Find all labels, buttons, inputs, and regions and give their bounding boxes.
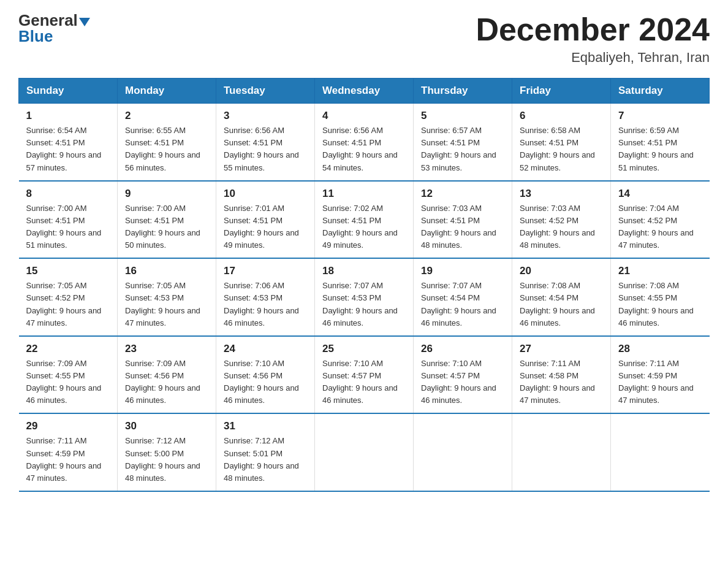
day-info: Sunrise: 7:01 AMSunset: 4:51 PMDaylight:… <box>224 202 307 252</box>
logo-chevron-icon <box>79 18 90 26</box>
day-info: Sunrise: 7:05 AMSunset: 4:52 PMDaylight:… <box>26 280 110 329</box>
day-number: 27 <box>520 343 603 355</box>
calendar-cell: 24 Sunrise: 7:10 AMSunset: 4:56 PMDaylig… <box>216 336 315 414</box>
day-info: Sunrise: 7:05 AMSunset: 4:53 PMDaylight:… <box>125 280 208 329</box>
day-info: Sunrise: 7:08 AMSunset: 4:54 PMDaylight:… <box>520 280 603 329</box>
day-number: 16 <box>125 265 208 277</box>
day-info: Sunrise: 7:00 AMSunset: 4:51 PMDaylight:… <box>125 202 208 252</box>
calendar-cell: 17 Sunrise: 7:06 AMSunset: 4:53 PMDaylig… <box>216 258 315 336</box>
day-info: Sunrise: 7:10 AMSunset: 4:56 PMDaylight:… <box>224 358 307 407</box>
calendar-cell: 8 Sunrise: 7:00 AMSunset: 4:51 PMDayligh… <box>19 181 118 259</box>
calendar-cell: 23 Sunrise: 7:09 AMSunset: 4:56 PMDaylig… <box>118 336 216 414</box>
calendar-cell: 29 Sunrise: 7:11 AMSunset: 4:59 PMDaylig… <box>19 413 118 491</box>
day-info: Sunrise: 6:56 AMSunset: 4:51 PMDaylight:… <box>322 124 406 174</box>
day-info: Sunrise: 7:11 AMSunset: 4:59 PMDaylight:… <box>26 435 110 484</box>
calendar-cell: 21 Sunrise: 7:08 AMSunset: 4:55 PMDaylig… <box>611 258 710 336</box>
day-number: 11 <box>322 188 406 200</box>
month-title: December 2024 <box>476 12 710 47</box>
day-info: Sunrise: 6:58 AMSunset: 4:51 PMDaylight:… <box>520 124 603 174</box>
calendar-cell: 6 Sunrise: 6:58 AMSunset: 4:51 PMDayligh… <box>512 104 611 181</box>
calendar-cell: 19 Sunrise: 7:07 AMSunset: 4:54 PMDaylig… <box>414 258 512 336</box>
day-number: 2 <box>125 110 208 122</box>
day-number: 26 <box>421 343 504 355</box>
calendar-cell: 28 Sunrise: 7:11 AMSunset: 4:59 PMDaylig… <box>611 336 710 414</box>
day-number: 22 <box>26 343 110 355</box>
weekday-header-saturday: Saturday <box>611 79 710 104</box>
calendar-cell: 12 Sunrise: 7:03 AMSunset: 4:51 PMDaylig… <box>414 181 512 259</box>
calendar-cell <box>414 413 512 491</box>
day-info: Sunrise: 6:54 AMSunset: 4:51 PMDaylight:… <box>26 124 110 174</box>
weekday-header-monday: Monday <box>118 79 216 104</box>
calendar-cell: 31 Sunrise: 7:12 AMSunset: 5:01 PMDaylig… <box>216 413 315 491</box>
calendar-cell: 9 Sunrise: 7:00 AMSunset: 4:51 PMDayligh… <box>118 181 216 259</box>
day-number: 19 <box>421 265 504 277</box>
day-info: Sunrise: 7:06 AMSunset: 4:53 PMDaylight:… <box>224 280 307 329</box>
day-number: 29 <box>26 420 110 432</box>
calendar-cell <box>315 413 414 491</box>
calendar-cell <box>611 413 710 491</box>
day-number: 14 <box>618 188 702 200</box>
day-info: Sunrise: 7:08 AMSunset: 4:55 PMDaylight:… <box>618 280 702 329</box>
day-info: Sunrise: 7:04 AMSunset: 4:52 PMDaylight:… <box>618 202 702 252</box>
calendar-cell: 13 Sunrise: 7:03 AMSunset: 4:52 PMDaylig… <box>512 181 611 259</box>
logo: General Blue <box>18 12 90 44</box>
day-info: Sunrise: 7:00 AMSunset: 4:51 PMDaylight:… <box>26 202 110 252</box>
calendar-cell <box>512 413 611 491</box>
calendar-cell: 16 Sunrise: 7:05 AMSunset: 4:53 PMDaylig… <box>118 258 216 336</box>
day-info: Sunrise: 7:09 AMSunset: 4:56 PMDaylight:… <box>125 358 208 407</box>
calendar-cell: 5 Sunrise: 6:57 AMSunset: 4:51 PMDayligh… <box>414 104 512 181</box>
day-info: Sunrise: 7:12 AMSunset: 5:01 PMDaylight:… <box>224 435 307 484</box>
day-number: 13 <box>520 188 603 200</box>
day-number: 18 <box>322 265 406 277</box>
day-info: Sunrise: 7:11 AMSunset: 4:59 PMDaylight:… <box>618 358 702 407</box>
day-info: Sunrise: 7:07 AMSunset: 4:54 PMDaylight:… <box>421 280 504 329</box>
calendar-week-row: 1 Sunrise: 6:54 AMSunset: 4:51 PMDayligh… <box>19 104 710 181</box>
calendar-cell: 20 Sunrise: 7:08 AMSunset: 4:54 PMDaylig… <box>512 258 611 336</box>
day-number: 10 <box>224 188 307 200</box>
calendar-cell: 18 Sunrise: 7:07 AMSunset: 4:53 PMDaylig… <box>315 258 414 336</box>
day-info: Sunrise: 7:11 AMSunset: 4:58 PMDaylight:… <box>520 358 603 407</box>
day-number: 17 <box>224 265 307 277</box>
day-info: Sunrise: 6:55 AMSunset: 4:51 PMDaylight:… <box>125 124 208 174</box>
location-subtitle: Eqbaliyeh, Tehran, Iran <box>476 50 710 66</box>
day-number: 25 <box>322 343 406 355</box>
day-info: Sunrise: 7:10 AMSunset: 4:57 PMDaylight:… <box>421 358 504 407</box>
day-info: Sunrise: 6:56 AMSunset: 4:51 PMDaylight:… <box>224 124 307 174</box>
calendar-cell: 1 Sunrise: 6:54 AMSunset: 4:51 PMDayligh… <box>19 104 118 181</box>
weekday-header-thursday: Thursday <box>414 79 512 104</box>
weekday-header-row: SundayMondayTuesdayWednesdayThursdayFrid… <box>19 79 710 104</box>
day-info: Sunrise: 7:09 AMSunset: 4:55 PMDaylight:… <box>26 358 110 407</box>
day-info: Sunrise: 7:02 AMSunset: 4:51 PMDaylight:… <box>322 202 406 252</box>
calendar-cell: 11 Sunrise: 7:02 AMSunset: 4:51 PMDaylig… <box>315 181 414 259</box>
calendar-cell: 3 Sunrise: 6:56 AMSunset: 4:51 PMDayligh… <box>216 104 315 181</box>
day-info: Sunrise: 7:03 AMSunset: 4:51 PMDaylight:… <box>421 202 504 252</box>
calendar-cell: 25 Sunrise: 7:10 AMSunset: 4:57 PMDaylig… <box>315 336 414 414</box>
calendar-cell: 14 Sunrise: 7:04 AMSunset: 4:52 PMDaylig… <box>611 181 710 259</box>
weekday-header-tuesday: Tuesday <box>216 79 315 104</box>
day-number: 9 <box>125 188 208 200</box>
calendar-cell: 7 Sunrise: 6:59 AMSunset: 4:51 PMDayligh… <box>611 104 710 181</box>
day-info: Sunrise: 6:59 AMSunset: 4:51 PMDaylight:… <box>618 124 702 174</box>
calendar-cell: 30 Sunrise: 7:12 AMSunset: 5:00 PMDaylig… <box>118 413 216 491</box>
day-number: 24 <box>224 343 307 355</box>
day-number: 3 <box>224 110 307 122</box>
calendar-cell: 22 Sunrise: 7:09 AMSunset: 4:55 PMDaylig… <box>19 336 118 414</box>
day-number: 30 <box>125 420 208 432</box>
weekday-header-sunday: Sunday <box>19 79 118 104</box>
day-number: 1 <box>26 110 110 122</box>
day-number: 4 <box>322 110 406 122</box>
logo-general-text: General <box>18 12 78 28</box>
day-number: 28 <box>618 343 702 355</box>
calendar-cell: 2 Sunrise: 6:55 AMSunset: 4:51 PMDayligh… <box>118 104 216 181</box>
day-number: 21 <box>618 265 702 277</box>
calendar-cell: 4 Sunrise: 6:56 AMSunset: 4:51 PMDayligh… <box>315 104 414 181</box>
title-section: December 2024 Eqbaliyeh, Tehran, Iran <box>476 12 710 66</box>
day-number: 23 <box>125 343 208 355</box>
calendar-table: SundayMondayTuesdayWednesdayThursdayFrid… <box>18 78 710 492</box>
day-number: 15 <box>26 265 110 277</box>
calendar-cell: 27 Sunrise: 7:11 AMSunset: 4:58 PMDaylig… <box>512 336 611 414</box>
day-info: Sunrise: 7:03 AMSunset: 4:52 PMDaylight:… <box>520 202 603 252</box>
logo-blue-text: Blue <box>18 28 90 44</box>
calendar-week-row: 29 Sunrise: 7:11 AMSunset: 4:59 PMDaylig… <box>19 413 710 491</box>
day-number: 12 <box>421 188 504 200</box>
